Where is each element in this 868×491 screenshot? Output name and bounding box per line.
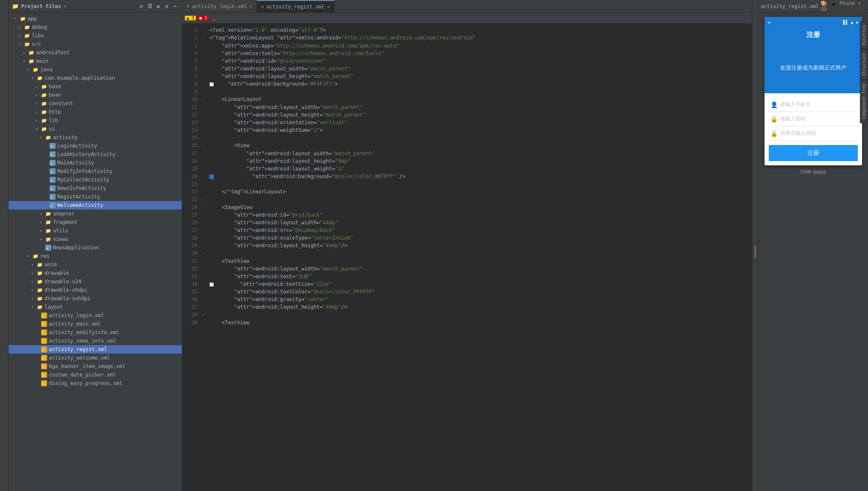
tree-arrow-2: ▸ <box>19 25 24 29</box>
tree-arrow-13: ▸ <box>36 118 41 123</box>
tree-item-39[interactable]: Xactivity_news_info.xml <box>8 337 182 345</box>
tree-item-32[interactable]: ▸📁drawable-v24 <box>8 277 182 286</box>
project-sidebar: 📁 Project Files ▾ ⚙ ☰ ⇄ ⚙ — ▾📁app▸📁debug… <box>8 0 182 491</box>
tree-item-13[interactable]: ▸📁lib <box>8 116 182 125</box>
tree-item-10[interactable]: ▸📁bean <box>8 91 182 99</box>
tree-label-18: MainActivity <box>57 160 94 166</box>
tree-item-8[interactable]: ▾📁com.example.application <box>8 74 182 82</box>
tree-item-27[interactable]: ▸📁views <box>8 235 182 243</box>
code-line-20: "attr">android:background="@color/color_… <box>209 173 748 180</box>
palette-icon[interactable]: 🎨 <box>821 0 827 6</box>
fold-icon-30[interactable]: ▾ <box>202 251 204 256</box>
tree-item-14[interactable]: ▾📁ui <box>8 125 182 133</box>
code-line-2: <"tag">RelativeLayout "attr">xmlns:andro… <box>209 34 748 42</box>
tab-component-tree[interactable]: Component Tree <box>860 80 868 123</box>
folder-icon-30: 📁 <box>36 261 43 268</box>
phone-form-area: 👤 请输入手机号 🔒 请输入密码 🔒 请再次输入密码 注册 <box>765 93 862 165</box>
folder-icon-13: 📁 <box>41 117 47 124</box>
tree-item-31[interactable]: ▸📁drawable <box>8 269 182 277</box>
tree-item-1[interactable]: ▾📁app <box>8 14 182 23</box>
gutter-30: ▾ <box>202 249 209 257</box>
gutter-37 <box>202 303 209 311</box>
tree-item-36[interactable]: Xactivity_login.xml <box>8 311 182 320</box>
tree-item-11[interactable]: ▸📁constant <box>8 99 182 108</box>
tree-item-40[interactable]: Xactivity_regist.xml <box>8 345 182 354</box>
tree-item-30[interactable]: ▸📁anim <box>8 260 182 269</box>
tab-close-2[interactable]: ✕ <box>327 4 330 9</box>
tree-item-20[interactable]: AMyCollectActivity <box>8 176 182 184</box>
tree-item-22[interactable]: ARegistActivity <box>8 192 182 201</box>
fold-icon-38[interactable]: ▾ <box>202 313 204 317</box>
tree-item-38[interactable]: Xactivity_modifyinfo.xml <box>8 328 182 337</box>
gutter-9 <box>202 88 209 95</box>
tab-palettes[interactable]: Palettes <box>860 21 868 49</box>
fold-icon-16[interactable]: ▾ <box>202 144 204 148</box>
phone-register-button[interactable]: 注册 <box>769 145 858 161</box>
tree-item-4[interactable]: ▾📁src <box>8 40 182 48</box>
line-num-17: 17 <box>187 150 202 157</box>
gutter-14 <box>202 126 209 134</box>
tree-item-24[interactable]: ▸📁adapter <box>8 209 182 218</box>
tree-item-19[interactable]: AModifyInfoActivity <box>8 167 182 176</box>
gutter-27 <box>202 226 209 234</box>
tree-item-28[interactable]: ANewsApplication <box>8 243 182 252</box>
tree-item-25[interactable]: ▸📁fragment <box>8 218 182 226</box>
tree-arrow-4: ▾ <box>19 42 24 46</box>
settings-icon[interactable]: ⚙ <box>138 3 145 10</box>
tree-arrow-6: ▾ <box>23 59 28 63</box>
phone-title: 注册 <box>807 31 820 39</box>
color-swatch-34 <box>209 282 214 287</box>
tree-item-12[interactable]: ▸📁http <box>8 108 182 116</box>
tab-structure[interactable]: Structure <box>860 49 868 80</box>
fold-icon-10[interactable]: ▾ <box>202 98 204 102</box>
expand-icon[interactable]: ⌄ <box>212 15 215 22</box>
tree-item-33[interactable]: ▸📁drawable-xhdpi <box>8 286 182 294</box>
tree-item-35[interactable]: ▾📁layout <box>8 303 182 311</box>
tree-item-43[interactable]: Xcustom_date_picker.xml <box>8 371 182 379</box>
line-num-11: 11 <box>187 103 202 111</box>
tree-item-37[interactable]: Xactivity_main.xml <box>8 320 182 328</box>
tree-item-7[interactable]: ▾📁java <box>8 65 182 74</box>
xml-icon-38: X <box>41 329 47 336</box>
preview-content: ← ▌▌ ▲ ▪ 注册 欢迎注册成为新闻正式用户 👤 请输入手机号 🔒 请输入密… <box>758 13 868 491</box>
list-icon[interactable]: ☰ <box>146 3 153 10</box>
code-line-31: <TextView <box>209 257 748 265</box>
tab-login-xml[interactable]: ✦ activity_login.xml ✕ <box>182 0 257 12</box>
tab-regist-xml[interactable]: ✦ activity_regist.xml ✕ <box>257 0 335 12</box>
tree-item-5[interactable]: ▸📁androidTest <box>8 48 182 57</box>
phone-icon[interactable]: 📱 Phone ▾ 33 <box>821 0 861 12</box>
tree-label-17: LookHistoryActivity <box>57 151 115 157</box>
code-line-28: "attr">android:scaleType="centerInside" <box>209 234 748 242</box>
tree-label-7: java <box>40 67 53 73</box>
tree-item-15[interactable]: ▾📁activity <box>8 133 182 142</box>
tree-label-33: drawable-xhdpi <box>45 287 87 293</box>
tree-item-16[interactable]: ALoginActivity <box>8 142 182 150</box>
tree-item-23[interactable]: AWelcomeActivity <box>8 201 182 209</box>
tree-item-2[interactable]: ▸📁debug <box>8 23 182 31</box>
code-line-11: "attr">android:layout_width="match_paren… <box>209 103 748 111</box>
fold-icon-2[interactable]: ▾ <box>202 36 204 40</box>
minimize-icon[interactable]: — <box>172 3 179 10</box>
folder-icon-6: 📁 <box>28 58 35 64</box>
tab-close-1[interactable]: ✕ <box>250 4 252 8</box>
code-editor-container[interactable]: 1<?xml version="1.0" encoding="utf-8"?>2… <box>182 24 752 491</box>
tree-label-15: activity <box>53 134 78 140</box>
code-line-4: "attr">xmlns:tools="http://schemas.andro… <box>209 50 748 57</box>
tree-item-18[interactable]: AMainActivity <box>8 159 182 167</box>
tree-item-44[interactable]: Xdialog_easy_progress.xml <box>8 379 182 388</box>
tree-item-21[interactable]: ANewsInfoActivity <box>8 184 182 192</box>
tree-item-41[interactable]: Xactivity_welcome.xml <box>8 354 182 362</box>
tree-item-29[interactable]: ▾📁res <box>8 252 182 260</box>
tree-item-34[interactable]: ▸📁drawable-xxhdpi <box>8 294 182 303</box>
tree-item-26[interactable]: ▸📁utils <box>8 226 182 235</box>
tree-item-42[interactable]: Xbga_banner_item_image.xml <box>8 362 182 371</box>
tree-item-9[interactable]: ▸📁base <box>8 82 182 91</box>
preview-panel: activity_regist.xml 🎨 📱 Phone ▾ 33 ← ▌▌ … <box>758 0 868 491</box>
tab-label-2: activity_regist.xml <box>266 4 324 10</box>
gear-icon[interactable]: ⚙ <box>163 3 170 10</box>
tree-item-6[interactable]: ▾📁main <box>8 57 182 65</box>
sync-icon[interactable]: ⇄ <box>155 3 162 10</box>
tree-item-3[interactable]: ▸📁libs <box>8 31 182 40</box>
tree-item-17[interactable]: ALookHistoryActivity <box>8 150 182 159</box>
fold-icon-23[interactable]: ▾ <box>202 198 204 202</box>
